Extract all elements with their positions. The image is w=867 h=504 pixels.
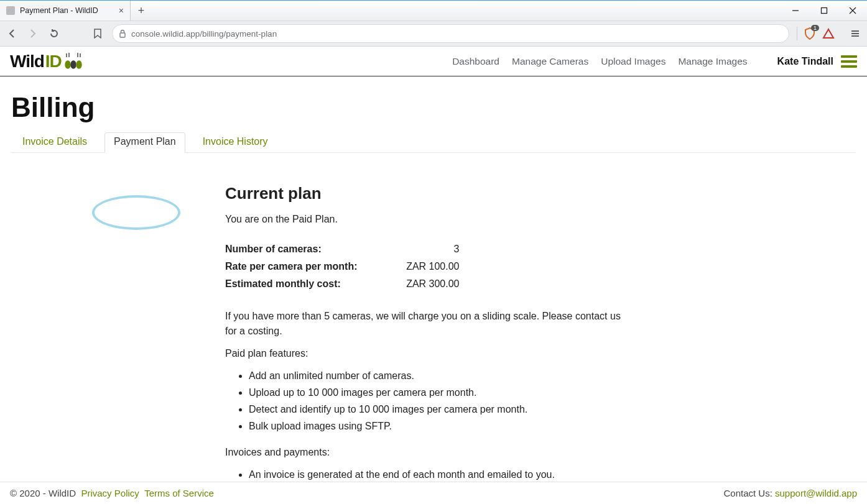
brave-shield-icon[interactable]: 1 <box>804 27 816 40</box>
bookmark-icon <box>93 29 102 39</box>
invoices-heading: Invoices and payments: <box>225 445 629 460</box>
page-title: Billing <box>11 92 856 123</box>
list-item: An invoice is generated at the end of ea… <box>249 467 648 482</box>
browser-toolbar: console.wildid.app/billing/payment-plan … <box>0 21 867 47</box>
svg-point-11 <box>76 61 81 68</box>
tab-favicon-icon <box>6 6 15 15</box>
shield-badge: 1 <box>811 25 819 31</box>
table-row: Rate per camera per month: ZAR 100.00 <box>225 258 460 275</box>
logo-text-2: ID <box>45 52 62 71</box>
svg-rect-4 <box>120 33 125 37</box>
browser-menu-button[interactable] <box>848 27 862 40</box>
invoices-list: An invoice is generated at the end of ea… <box>249 467 648 482</box>
nav-upload-images[interactable]: Upload Images <box>601 56 665 67</box>
page-viewport[interactable]: Billing Invoice Details Payment Plan Inv… <box>0 76 867 482</box>
forward-icon <box>28 29 38 39</box>
reload-icon <box>49 29 59 39</box>
svg-rect-1 <box>822 8 827 14</box>
annotation-ellipse <box>92 195 180 230</box>
close-window-button[interactable] <box>838 1 867 21</box>
reload-button[interactable] <box>47 27 61 40</box>
logo-animals-icon <box>63 52 84 71</box>
window-titlebar: Payment Plan - WildID × + <box>0 0 867 21</box>
svg-point-9 <box>65 61 70 68</box>
extension-icons: 1 <box>797 27 835 40</box>
list-item: Add an unlimited number of cameras. <box>249 369 648 383</box>
svg-marker-5 <box>823 29 833 38</box>
main-nav: Dashboard Manage Cameras Upload Images M… <box>452 55 857 68</box>
rate-label: Rate per camera per month: <box>225 258 385 275</box>
tab-invoice-history[interactable]: Invoice History <box>202 132 269 152</box>
nav-manage-cameras[interactable]: Manage Cameras <box>512 56 588 67</box>
bookmark-button[interactable] <box>91 27 104 40</box>
window-controls <box>781 1 867 21</box>
table-row: Number of cameras: 3 <box>225 241 460 258</box>
new-tab-button[interactable]: + <box>131 1 152 21</box>
logo[interactable]: WildID <box>10 52 84 71</box>
footer-contact-email[interactable]: support@wildid.app <box>775 488 857 498</box>
forward-button[interactable] <box>26 27 40 40</box>
footer-copyright: © 2020 - WildID <box>10 488 76 498</box>
rate-value: ZAR 100.00 <box>385 258 460 275</box>
cameras-label: Number of cameras: <box>225 241 385 258</box>
close-tab-icon[interactable]: × <box>119 6 124 16</box>
cost-value: ZAR 300.00 <box>385 275 460 293</box>
plan-content: Current plan You are on the Paid Plan. N… <box>225 181 648 482</box>
features-list: Add an unlimited number of cameras. Uplo… <box>249 369 648 434</box>
list-item: Bulk upload images using SFTP. <box>249 419 648 434</box>
plan-details-table: Number of cameras: 3 Rate per camera per… <box>225 241 460 293</box>
tab-title: Payment Plan - WildID <box>20 6 98 15</box>
tab-payment-plan[interactable]: Payment Plan <box>104 132 185 153</box>
lock-icon <box>119 29 126 38</box>
nav-manage-images[interactable]: Manage Images <box>678 56 747 67</box>
sliding-scale-note: If you have more than 5 cameras, we will… <box>225 309 629 339</box>
plan-description: You are on the Paid Plan. <box>225 212 648 227</box>
url-text: console.wildid.app/billing/payment-plan <box>131 29 277 39</box>
cost-label: Estimated monthly cost: <box>225 275 385 293</box>
app-menu-button[interactable] <box>841 55 857 68</box>
app-header: WildID Dashboard Manage Cameras Upload I… <box>0 47 867 76</box>
maximize-button[interactable] <box>810 1 838 21</box>
table-row: Estimated monthly cost: ZAR 300.00 <box>225 275 460 293</box>
back-icon <box>7 29 17 39</box>
cameras-value: 3 <box>385 241 460 258</box>
address-bar[interactable]: console.wildid.app/billing/payment-plan <box>112 24 789 43</box>
list-item: Upload up to 10 000 images per camera pe… <box>249 385 648 400</box>
footer-privacy-link[interactable]: Privacy Policy <box>81 488 139 498</box>
svg-point-10 <box>71 61 76 68</box>
billing-tabs: Invoice Details Payment Plan Invoice His… <box>11 132 856 153</box>
close-icon <box>849 7 856 14</box>
minimize-icon <box>792 7 799 14</box>
footer: © 2020 - WildID Privacy Policy Terms of … <box>0 482 867 504</box>
minimize-button[interactable] <box>781 1 810 21</box>
user-name[interactable]: Kate Tindall <box>777 56 833 67</box>
current-plan-heading: Current plan <box>225 181 648 206</box>
tab-invoice-details[interactable]: Invoice Details <box>21 132 88 152</box>
brave-bat-icon[interactable] <box>822 28 835 39</box>
logo-text-1: Wild <box>10 52 44 71</box>
footer-contact-label: Contact Us: <box>724 488 776 498</box>
menu-icon <box>850 29 860 39</box>
maximize-icon <box>820 7 828 14</box>
list-item: Detect and identify up to 10 000 images … <box>249 402 648 417</box>
nav-dashboard[interactable]: Dashboard <box>452 56 499 67</box>
browser-tab[interactable]: Payment Plan - WildID × <box>0 1 131 21</box>
footer-terms-link[interactable]: Terms of Service <box>144 488 214 498</box>
back-button[interactable] <box>5 27 19 40</box>
features-heading: Paid plan features: <box>225 346 629 361</box>
